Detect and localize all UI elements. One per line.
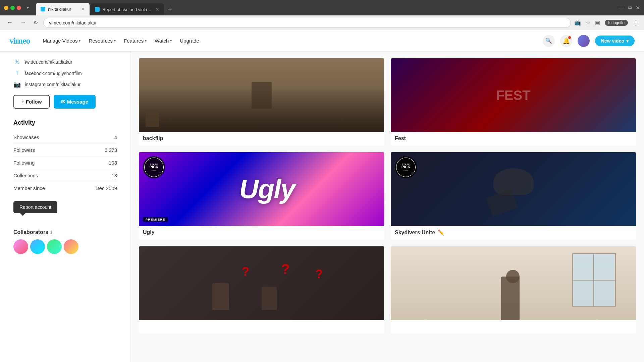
social-links: 𝕏 twitter.com/nikitadiakur f facebook.co… — [13, 58, 117, 88]
tab1-close[interactable]: ✕ — [81, 6, 85, 12]
nav-links: Manage Videos ▾ Resources ▾ Features ▾ W… — [39, 36, 202, 46]
facebook-link[interactable]: f facebook.com/uglyshortfilm — [13, 70, 117, 77]
staff-pick-badge-skydivers: STAFF PICK vimeo — [395, 156, 417, 178]
nav-manage-videos[interactable]: Manage Videos ▾ — [39, 36, 84, 46]
member-since-row: Member since Dec 2009 — [13, 182, 117, 194]
search-button[interactable]: 🔍 — [543, 35, 555, 47]
notifications-button[interactable]: 🔔 — [560, 35, 572, 47]
instagram-link[interactable]: 📷 instagram.com/nikitadiakur — [13, 81, 117, 88]
nav-actions: 🔍 🔔 New video ▾ — [543, 35, 635, 47]
member-since-value: Dec 2009 — [96, 185, 117, 191]
close-button[interactable] — [17, 6, 21, 10]
tab-nikita-diakur[interactable]: nikita diakur ✕ — [36, 3, 90, 15]
back-button[interactable]: ← — [5, 18, 15, 27]
video-card-ugly[interactable]: STAFF PICK vimeo PREMIERE Ugly Ugly — [139, 152, 384, 240]
instagram-icon: 📷 — [13, 81, 21, 88]
user-avatar-button[interactable] — [578, 35, 590, 47]
collaborators-info-icon[interactable]: ℹ — [50, 230, 52, 235]
collaborators-section: Collaborators ℹ — [13, 229, 117, 254]
collab-avatar-2[interactable] — [30, 239, 45, 254]
following-label: Following — [13, 160, 35, 166]
report-account-area: Report account — [13, 201, 117, 213]
browser-action-icons: 📺 ☆ ▣ Incognito ⋮ — [574, 19, 639, 27]
video-thumb-fest: FEST — [391, 58, 636, 132]
showcases-label: Showcases — [13, 134, 39, 140]
collab-avatar-4[interactable] — [64, 239, 78, 254]
refresh-button[interactable]: ↻ — [32, 19, 40, 26]
nav-resources[interactable]: Resources ▾ — [85, 36, 119, 46]
address-bar: ← → ↻ 📺 ☆ ▣ Incognito ⋮ — [0, 15, 644, 30]
collab-avatar-1[interactable] — [13, 239, 28, 254]
video-thumb-skydivers: STAFF PICK vimeo — [391, 152, 636, 226]
video-card-skydivers[interactable]: STAFF PICK vimeo Skydivers Unite ✏️ — [391, 152, 636, 240]
window-minimize-icon[interactable]: — — [619, 5, 624, 11]
video-thumb-6 — [391, 246, 636, 320]
report-account-tooltip[interactable]: Report account — [13, 201, 57, 213]
window-restore-icon[interactable]: ⧉ — [628, 5, 632, 11]
video-area: backflip FEST Fest STAFF — [131, 52, 644, 362]
following-row[interactable]: Following 108 — [13, 157, 117, 169]
collaborator-avatars — [13, 239, 117, 254]
video-card-fest[interactable]: FEST Fest — [391, 58, 636, 145]
showcases-row[interactable]: Showcases 4 — [13, 131, 117, 144]
address-input[interactable] — [43, 18, 571, 28]
new-tab-button[interactable]: + — [165, 4, 175, 15]
nav-watch[interactable]: Watch ▾ — [151, 36, 175, 46]
collab-avatar-3[interactable] — [47, 239, 62, 254]
video-grid: backflip FEST Fest STAFF — [139, 58, 636, 334]
sidebar: 𝕏 twitter.com/nikitadiakur f facebook.co… — [0, 52, 131, 362]
video-card-5[interactable]: ? ? ? — [139, 246, 384, 334]
minimize-button[interactable] — [4, 6, 8, 10]
window-close-icon[interactable]: ✕ — [636, 5, 640, 11]
video-title-skydivers: Skydivers Unite ✏️ — [391, 226, 636, 240]
video-card-6[interactable] — [391, 246, 636, 334]
tab1-label: nikita diakur — [48, 7, 71, 12]
instagram-text: instagram.com/nikitadiakur — [25, 82, 81, 87]
activity-title: Activity — [13, 119, 117, 126]
collections-value: 13 — [111, 173, 117, 178]
page: vimeo Manage Videos ▾ Resources ▾ Featur… — [0, 30, 644, 362]
tab1-icon — [41, 7, 45, 11]
video-card-backflip[interactable]: backflip — [139, 58, 384, 145]
showcases-value: 4 — [114, 134, 117, 140]
tab-dropdown[interactable]: ▼ — [24, 4, 32, 11]
followers-value: 6,273 — [104, 147, 117, 153]
nav-upgrade[interactable]: Upgrade — [176, 36, 203, 46]
tab2-icon — [95, 7, 100, 12]
extension-icon[interactable]: ▣ — [595, 19, 600, 26]
follow-button[interactable]: + Follow — [13, 95, 50, 109]
report-account-label: Report account — [19, 204, 51, 210]
video-title-backflip: backflip — [139, 132, 384, 145]
twitter-link[interactable]: 𝕏 twitter.com/nikitadiakur — [13, 58, 117, 66]
media-icon[interactable]: 📺 — [574, 19, 581, 26]
menu-icon[interactable]: ⋮ — [633, 19, 639, 27]
forward-button[interactable]: → — [18, 18, 28, 27]
nav-features[interactable]: Features ▾ — [120, 36, 150, 46]
followers-row[interactable]: Followers 6,273 — [13, 144, 117, 157]
facebook-icon: f — [13, 70, 21, 77]
browser-tabs: nikita diakur ✕ Report abuse and violati… — [36, 0, 616, 15]
vimeo-logo[interactable]: vimeo — [9, 36, 30, 46]
twitter-text: twitter.com/nikitadiakur — [25, 59, 72, 65]
tab2-close[interactable]: ✕ — [155, 7, 159, 12]
edit-pencil-icon[interactable]: ✏️ — [438, 229, 444, 236]
staff-pick-badge-ugly: STAFF PICK vimeo — [143, 156, 165, 178]
window-right-controls: — ⧉ ✕ — [619, 5, 640, 11]
collections-row[interactable]: Collections 13 — [13, 169, 117, 182]
bookmark-icon[interactable]: ☆ — [586, 19, 590, 26]
video-thumb-backflip — [139, 58, 384, 132]
following-value: 108 — [109, 160, 117, 166]
activity-section: Activity Showcases 4 Followers 6,273 Fol… — [13, 119, 117, 194]
facebook-text: facebook.com/uglyshortfilm — [25, 71, 82, 76]
new-video-button[interactable]: New video ▾ — [595, 36, 635, 46]
twitter-icon: 𝕏 — [13, 58, 21, 66]
browser-window-controls — [4, 6, 21, 10]
tab-report-abuse[interactable]: Report abuse and violations – ✕ — [90, 3, 164, 15]
video-title-5 — [139, 320, 384, 334]
tab2-label: Report abuse and violations – — [102, 7, 153, 12]
maximize-button[interactable] — [10, 6, 15, 10]
message-button[interactable]: ✉ Message — [54, 95, 96, 109]
premiere-badge: PREMIERE — [143, 217, 168, 222]
collaborators-title: Collaborators ℹ — [13, 229, 117, 235]
vimeo-navbar: vimeo Manage Videos ▾ Resources ▾ Featur… — [0, 30, 644, 52]
